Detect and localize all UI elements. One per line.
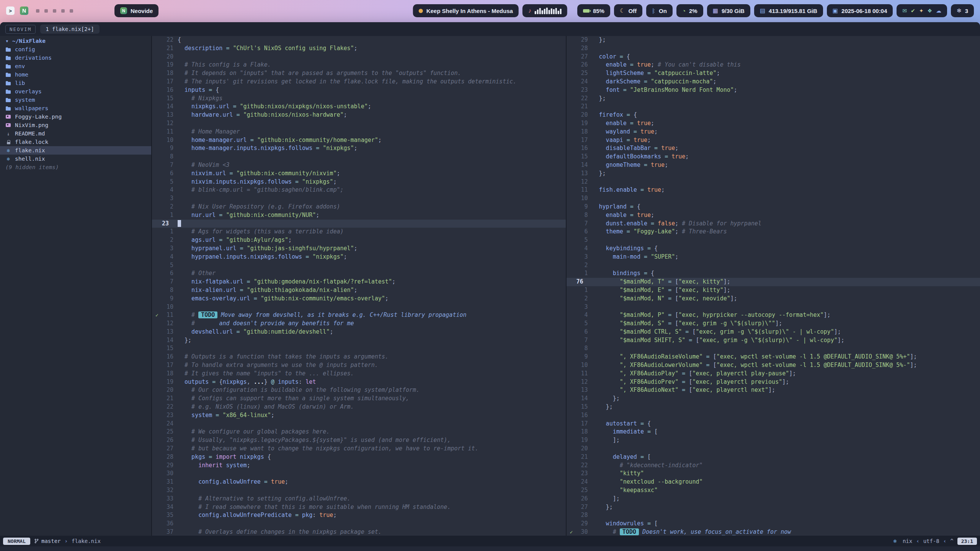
disk-widget[interactable]: 413.19/915.81 GiB [754,4,823,17]
code-line[interactable]: 25 lightScheme = "catppuccin-latte"; [567,69,980,78]
battery-widget[interactable]: 85% [577,4,610,17]
code-line[interactable]: 9 home-manager.inputs.nixpkgs.follows = … [152,144,566,153]
code-line[interactable]: 37 # Overlays define changes in the nixp… [152,528,566,536]
workspace-dot[interactable] [44,9,48,13]
code-line[interactable]: 19 enable = true; [567,119,980,128]
code-line[interactable]: 14 }; [152,336,566,345]
code-line[interactable]: 11 # Home Manager [152,128,566,136]
code-line[interactable]: 23 "kitty" [567,469,980,478]
code-line[interactable]: 20 firefox = { [567,111,980,119]
code-line[interactable]: 7 dunst.enable = false; # Disable for hy… [567,220,980,228]
code-line[interactable]: ✓11 # TODO Move away from devshell, as i… [152,311,566,320]
tree-item-flake.lock[interactable]: flake.lock [0,138,151,146]
memory-widget[interactable]: 9/30 GiB [707,4,750,17]
code-line[interactable]: 4 # blink-cmp.url = "github:saghen/blink… [152,186,566,194]
editor-pane-right[interactable]: 29 };2827 color = {26 enable = true; # Y… [566,36,980,536]
code-line[interactable]: 24 [152,420,566,428]
code-line[interactable]: 24 darkScheme = "catppuccin-mocha"; [567,78,980,86]
code-line[interactable]: 11 ", XF86AudioPlay" = ["exec, playerctl… [567,370,980,378]
tree-item-lib[interactable]: lib [0,79,151,87]
code-line[interactable]: 21 delayed = [ [567,453,980,461]
code-line[interactable]: 1 nur.url = "github:nix-community/NUR"; [152,211,566,220]
tree-item-wallpapers[interactable]: wallpapers [0,104,151,112]
workspace-dot[interactable] [61,9,65,13]
code-line[interactable]: 18 wayland = true; [567,128,980,136]
code-line[interactable]: 12 [567,178,980,186]
code-line[interactable]: 15 defaultBookmarks = true; [567,153,980,161]
code-line[interactable]: 15 [152,344,566,353]
code-line[interactable]: 8 nix-alien.url = "github:thiagokokada/n… [152,286,566,295]
now-playing-pill[interactable]: Keep Shelly In Athens - Medusa [413,4,519,17]
code-line[interactable]: 16 inputs = { [152,86,566,95]
code-line[interactable]: 13 ", XF86AudioNext" = ["exec, playerctl… [567,386,980,395]
mail-icon[interactable] [902,8,907,14]
code-line[interactable]: 11 fish.enable = true; [567,186,980,194]
code-line[interactable]: 4 keybindings = { [567,245,980,253]
code-line[interactable]: 25 # We configure our global packages he… [152,428,566,436]
code-line[interactable]: 33 # Alternative to setting config.allow… [152,495,566,503]
code-line[interactable]: 24 "nextcloud --background" [567,478,980,486]
notifications-widget[interactable]: 3 [951,4,974,17]
bluetooth-widget[interactable]: On [646,4,673,17]
code-line[interactable]: 18 # It depends on "inputs" that are pas… [152,69,566,78]
code-line[interactable]: 20 [152,53,566,61]
code-line[interactable]: 6 "$mainMod CTRL, S" = ["exec, grim -g \… [567,328,980,336]
code-line[interactable]: 29 }; [567,36,980,44]
code-line[interactable]: 15 }; [567,403,980,411]
visualizer-pill[interactable]: ♪ [523,4,567,17]
code-line[interactable]: 31 config.allowUnfree = true; [152,478,566,486]
code-line[interactable]: 10 [152,303,566,311]
neovim-workspace-icon[interactable]: N [20,7,28,15]
code-line[interactable]: 10 [567,194,980,203]
command-line[interactable] [0,546,980,551]
workspace-dot[interactable] [36,9,39,13]
code-line[interactable]: 29 inherit system; [152,461,566,470]
tree-item-NixVim.png[interactable]: NixVim.png [0,121,151,129]
code-line[interactable]: 13 hardware.url = "github:nixos/nixos-ha… [152,111,566,119]
cpu-widget[interactable]: 2% [676,4,703,17]
code-line[interactable]: 28 pkgs = import nixpkgs { [152,453,566,461]
code-line[interactable]: 17 # The inputs' git revisions get locke… [152,78,566,86]
code-line[interactable]: 5 nixvim.inputs.nixpkgs.follows = "nixpk… [152,178,566,186]
code-line[interactable]: 32 [152,486,566,495]
code-line[interactable]: 3 main-mod = "SUPER"; [567,253,980,261]
code-line[interactable]: 29 windowrules = [ [567,520,980,528]
code-line[interactable]: 6 nixvim.url = "github:nix-community/nix… [152,170,566,178]
code-line[interactable]: 7 nix-flatpak.url = "github:gmodena/nix-… [152,278,566,286]
code-line[interactable]: 22 # e.g. NixOS (linux) and MacOS (darwi… [152,403,566,411]
code-line[interactable]: 22 # "kdeconnect-indicator" [567,461,980,470]
terminal-workspace-icon[interactable]: > [6,7,15,15]
cloud-icon[interactable] [936,8,941,14]
code-line[interactable]: 1 bindings = { [567,269,980,278]
code-line[interactable]: 12 [152,119,566,128]
tree-item-derivations[interactable]: derivations [0,54,151,62]
tree-item-env[interactable]: env [0,62,151,70]
code-line[interactable]: 21 # Configs can support more than a sin… [152,395,566,403]
code-line[interactable]: 1 "$mainMod, E" = ["exec, kitty"]; [567,286,980,295]
code-line[interactable]: 4 "$mainMod, P" = ["exec, hyprpicker --a… [567,311,980,320]
code-line[interactable]: 2 "$mainMod, N" = ["exec, neovide"]; [567,295,980,303]
code-line[interactable]: 8 [567,344,980,353]
shield-check-icon[interactable] [911,8,915,14]
code-line[interactable]: 12 # and doesn't provide any benefits fo… [152,320,566,328]
code-line[interactable]: 20 # Our configuration is buildable on t… [152,386,566,395]
code-line[interactable]: 9 hyprland = { [567,203,980,211]
code-line[interactable]: 25 "keepassxc" [567,486,980,495]
code-line[interactable]: 27 color = { [567,53,980,61]
tree-item-config[interactable]: config [0,45,151,54]
code-line[interactable]: 26 ]; [567,495,980,503]
code-line[interactable]: 14 }; [567,395,980,403]
code-line[interactable]: 21 [567,103,980,111]
code-line[interactable]: 17 # To handle extra arguments we use th… [152,361,566,370]
clock-widget[interactable]: 2025-06-18 00:04 [827,4,893,17]
code-line[interactable]: 20 [567,445,980,453]
code-line[interactable]: 5 [152,261,566,270]
code-line[interactable]: 22 }; [567,95,980,103]
code-line[interactable]: 7 # NeoVim <3 [152,161,566,170]
code-line[interactable]: 23 [152,220,566,228]
code-line[interactable]: 3 [567,303,980,311]
code-line[interactable]: 1 # Ags for widgets (this was a terrible… [152,228,566,236]
code-line[interactable]: 16 disableTabBar = true; [567,144,980,153]
code-line[interactable]: 13 devshell.url = "github:numtide/devshe… [152,328,566,336]
code-line[interactable]: 2 # Nix User Repository (e.g. Firefox ad… [152,203,566,211]
